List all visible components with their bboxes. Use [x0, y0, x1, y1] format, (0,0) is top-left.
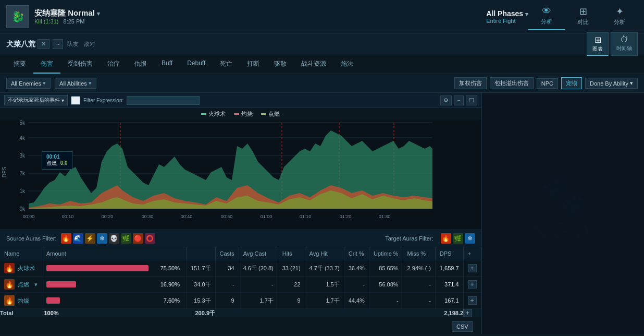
- table-section: Name Amount Casts Avg Cast Hits Avg Hit …: [0, 247, 481, 334]
- scorch-link[interactable]: 灼烧: [18, 297, 29, 305]
- col-uptime-header[interactable]: Uptime %: [369, 247, 403, 260]
- aura-icon-1[interactable]: 🌊: [73, 233, 83, 244]
- col-amount-val-header: [187, 247, 216, 260]
- total-uptime: [369, 309, 403, 318]
- tab-death[interactable]: 死亡: [213, 55, 240, 74]
- col-avgcast-header[interactable]: Avg Cast: [239, 247, 278, 260]
- total-plus-btn[interactable]: +: [463, 309, 472, 317]
- maximize-btn[interactable]: ☐: [466, 95, 477, 105]
- table-body: 🔥 火球术 75.50% 151.7千 34 4.6千 (2: [0, 260, 481, 309]
- fireball-link[interactable]: 火球术: [18, 265, 35, 272]
- nav-item-analyze2[interactable]: ✦ 分析: [601, 3, 638, 30]
- tab-buff[interactable]: Buff: [154, 55, 180, 74]
- total-avgcast: [239, 309, 278, 318]
- col-miss-header[interactable]: Miss %: [403, 247, 435, 260]
- aura-icon-7[interactable]: ⭕: [145, 233, 155, 244]
- aura-icon-2[interactable]: ⚡: [85, 233, 95, 244]
- enemies-filter-btn[interactable]: All Enemies ▾: [6, 78, 51, 89]
- svg-text:4k: 4k: [19, 135, 26, 141]
- tab-dispel[interactable]: 驱散: [267, 55, 294, 74]
- abilities-filter-btn[interactable]: All Abilities ▾: [55, 78, 96, 89]
- filter-npc[interactable]: NPC: [537, 78, 558, 89]
- col-casts-header[interactable]: Casts: [215, 247, 239, 260]
- table-footer: Total 100% 200.9千: [0, 309, 481, 318]
- fireball-casts: 34: [215, 260, 239, 277]
- chart-btn[interactable]: ⊞ 图表: [587, 32, 609, 56]
- legend-ignite-label: 点燃: [268, 110, 280, 118]
- target-aura-icon-0[interactable]: 🔥: [441, 233, 451, 244]
- white-btn[interactable]: [71, 96, 80, 105]
- csv-btn[interactable]: CSV: [452, 321, 473, 332]
- col-hits-header[interactable]: Hits: [278, 247, 305, 260]
- event-filter-btn[interactable]: 不记录玩家死后的事件 ▾: [4, 95, 68, 105]
- fireball-dps: 1,659.7: [435, 260, 463, 277]
- aura-icon-5[interactable]: 🌿: [121, 233, 131, 244]
- filter-expression-input[interactable]: [127, 96, 200, 105]
- tab-debuff[interactable]: Debuff: [180, 55, 213, 74]
- tab-casts[interactable]: 施法: [333, 55, 361, 74]
- fireball-plus-cell: +: [463, 260, 481, 277]
- fireball-hits: 33 (21): [278, 260, 305, 277]
- target-aura: Target Auras Filter: 🔥 🌿 ❄: [385, 233, 475, 244]
- svg-text:01:30: 01:30: [379, 214, 391, 219]
- legend-fireball[interactable]: 火球术: [201, 110, 226, 118]
- fireball-bar-cell: 75.50%: [42, 260, 187, 277]
- timeline-btn[interactable]: ⏱ 时间轴: [611, 32, 638, 56]
- aura-icon-4[interactable]: 💀: [109, 233, 119, 244]
- gear-btn[interactable]: ⚙: [440, 95, 452, 105]
- target-aura-icon-1[interactable]: 🌿: [453, 233, 463, 244]
- tab-interrupt[interactable]: 打断: [240, 55, 267, 74]
- tilde-btn[interactable]: ~: [53, 39, 63, 49]
- fireball-pct: 75.50%: [160, 264, 180, 272]
- chart-svg-wrap[interactable]: 0k 1k 2k 3k 4k 5k DPS: [0, 120, 481, 230]
- ignite-dps: 371.4: [435, 277, 463, 293]
- ability-name-cell-ignite: 🔥 点燃 ▾: [0, 277, 42, 293]
- aura-icon-3[interactable]: ❄: [97, 233, 107, 244]
- fireball-plus-btn[interactable]: +: [468, 264, 477, 272]
- ignite-plus-cell: +: [463, 277, 481, 293]
- tab-resources[interactable]: 战斗资源: [294, 55, 333, 74]
- minus-btn[interactable]: −: [454, 95, 463, 105]
- col-dps-header[interactable]: DPS: [435, 247, 463, 260]
- aura-icon-0[interactable]: 🔥: [61, 233, 71, 244]
- tab-threat[interactable]: 仇恨: [127, 55, 154, 74]
- legend-scorch[interactable]: 灼烧: [234, 110, 253, 118]
- ability-icon-scorch: 🔥: [4, 295, 15, 306]
- legend-ignite[interactable]: 点燃: [261, 110, 280, 118]
- tab-damage-taken[interactable]: 受到伤害: [60, 55, 100, 74]
- filters-row: All Enemies ▾ All Abilities ▾ 加权伤害 包括溢出伤…: [0, 74, 644, 93]
- boss-name[interactable]: 安纳塞隆 Normal ▾: [34, 8, 470, 18]
- scorch-plus-btn[interactable]: +: [468, 296, 477, 305]
- close-player-btn[interactable]: ✕: [38, 39, 49, 49]
- col-plus-header: +: [463, 247, 481, 260]
- event-filter-arrow: ▾: [61, 98, 64, 103]
- col-avghit-header[interactable]: Avg Hit: [305, 247, 344, 260]
- filter-overflow[interactable]: 包括溢出伤害: [490, 77, 534, 89]
- nav-item-analyze1[interactable]: 👁 分析: [528, 3, 565, 30]
- filter-weighted[interactable]: 加权伤害: [454, 77, 487, 89]
- tab-healing[interactable]: 治疗: [100, 55, 127, 74]
- col-crit-header[interactable]: Crit %: [344, 247, 369, 260]
- total-casts: [215, 309, 239, 318]
- target-aura-icon-2[interactable]: ❄: [465, 233, 475, 244]
- target-aura-icons: 🔥 🌿 ❄: [441, 233, 475, 244]
- aura-icon-6[interactable]: 🔴: [133, 233, 143, 244]
- chart-legend: 火球术 灼烧 点燃: [0, 108, 481, 120]
- ignite-link[interactable]: 点燃: [18, 281, 29, 289]
- fireball-miss: 2.94% (-): [403, 260, 435, 277]
- tab-damage[interactable]: 伤害: [33, 55, 60, 74]
- ignite-casts: -: [215, 277, 239, 293]
- tab-summary[interactable]: 摘要: [6, 55, 33, 74]
- col-name-header[interactable]: Name: [0, 247, 42, 260]
- compare-icon: ⊞: [579, 6, 587, 17]
- boss-avatar: 🐉: [6, 5, 29, 28]
- svg-text:01:10: 01:10: [300, 214, 312, 219]
- col-amount-header[interactable]: Amount: [42, 247, 187, 260]
- done-by-btn[interactable]: Done By Ability ▾: [585, 78, 638, 89]
- phase-title[interactable]: All Phases ▾: [486, 9, 528, 18]
- nav-item-compare[interactable]: ⊞ 对比: [565, 3, 601, 30]
- svg-text:0k: 0k: [19, 206, 26, 212]
- ignite-plus-btn[interactable]: +: [468, 280, 477, 289]
- ignite-expand-arrow[interactable]: ▾: [34, 281, 38, 288]
- filter-pet[interactable]: 宠物: [561, 77, 582, 89]
